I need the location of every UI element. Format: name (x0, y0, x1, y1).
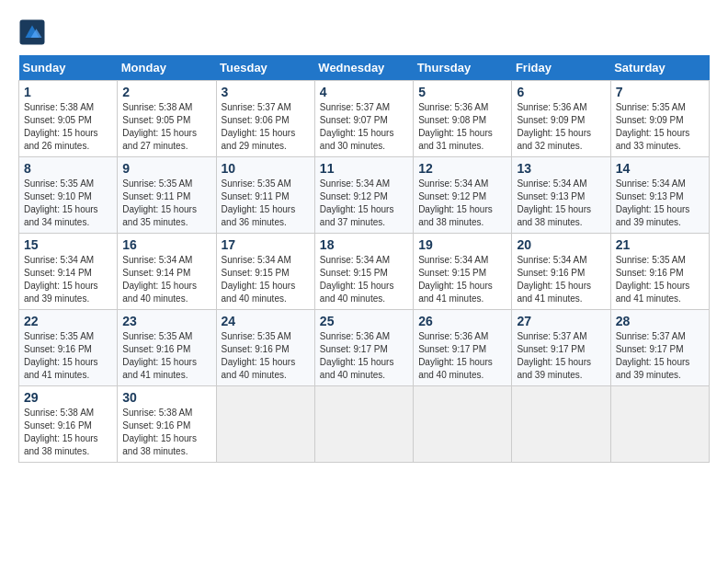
day-number: 3 (222, 85, 310, 99)
logo-icon (18, 18, 46, 46)
calendar-week-row: 1Sunrise: 5:38 AM Sunset: 9:05 PM Daylig… (19, 81, 710, 157)
day-cell: 22Sunrise: 5:35 AM Sunset: 9:16 PM Dayli… (19, 310, 118, 386)
day-info: Sunrise: 5:34 AM Sunset: 9:15 PM Dayligh… (320, 254, 408, 305)
day-cell: 28Sunrise: 5:37 AM Sunset: 9:17 PM Dayli… (610, 310, 709, 386)
day-info: Sunrise: 5:35 AM Sunset: 9:10 PM Dayligh… (24, 178, 112, 229)
day-cell: 12Sunrise: 5:34 AM Sunset: 9:12 PM Dayli… (414, 157, 512, 234)
logo (18, 18, 50, 46)
day-number: 20 (517, 237, 605, 252)
day-cell: 15Sunrise: 5:34 AM Sunset: 9:14 PM Dayli… (19, 234, 118, 310)
day-info: Sunrise: 5:34 AM Sunset: 9:15 PM Dayligh… (418, 254, 506, 305)
day-number: 30 (122, 390, 210, 405)
day-number: 28 (616, 314, 704, 328)
calendar-week-row: 22Sunrise: 5:35 AM Sunset: 9:16 PM Dayli… (19, 310, 710, 386)
day-info: Sunrise: 5:36 AM Sunset: 9:09 PM Dayligh… (517, 101, 605, 153)
day-number: 1 (24, 85, 112, 99)
day-info: Sunrise: 5:38 AM Sunset: 9:16 PM Dayligh… (122, 407, 210, 458)
day-cell: 1Sunrise: 5:38 AM Sunset: 9:05 PM Daylig… (19, 81, 118, 157)
day-cell: 16Sunrise: 5:34 AM Sunset: 9:14 PM Dayli… (118, 234, 216, 310)
day-info: Sunrise: 5:36 AM Sunset: 9:08 PM Dayligh… (418, 101, 506, 153)
day-cell: 23Sunrise: 5:35 AM Sunset: 9:16 PM Dayli… (118, 310, 216, 386)
day-number: 18 (320, 237, 408, 252)
day-cell: 11Sunrise: 5:34 AM Sunset: 9:12 PM Dayli… (314, 157, 413, 234)
day-cell: 2Sunrise: 5:38 AM Sunset: 9:05 PM Daylig… (118, 81, 216, 157)
day-info: Sunrise: 5:37 AM Sunset: 9:06 PM Dayligh… (222, 101, 310, 153)
day-info: Sunrise: 5:35 AM Sunset: 9:16 PM Dayligh… (24, 330, 112, 382)
day-number: 15 (24, 237, 112, 252)
day-cell: 20Sunrise: 5:34 AM Sunset: 9:16 PM Dayli… (512, 234, 610, 310)
day-info: Sunrise: 5:35 AM Sunset: 9:16 PM Dayligh… (122, 330, 210, 382)
calendar-week-row: 8Sunrise: 5:35 AM Sunset: 9:10 PM Daylig… (19, 157, 710, 234)
day-info: Sunrise: 5:34 AM Sunset: 9:14 PM Dayligh… (122, 254, 210, 305)
day-number: 2 (122, 85, 210, 99)
day-number: 13 (517, 161, 605, 176)
column-header-wednesday: Wednesday (314, 55, 413, 81)
day-info: Sunrise: 5:34 AM Sunset: 9:16 PM Dayligh… (517, 254, 605, 305)
day-cell: 5Sunrise: 5:36 AM Sunset: 9:08 PM Daylig… (414, 81, 512, 157)
day-number: 26 (418, 314, 506, 328)
calendar-header-row: SundayMondayTuesdayWednesdayThursdayFrid… (19, 55, 710, 81)
day-cell: 8Sunrise: 5:35 AM Sunset: 9:10 PM Daylig… (19, 157, 118, 234)
day-info: Sunrise: 5:34 AM Sunset: 9:13 PM Dayligh… (616, 178, 704, 229)
day-cell: 27Sunrise: 5:37 AM Sunset: 9:17 PM Dayli… (512, 310, 610, 386)
day-number: 14 (616, 161, 704, 176)
day-info: Sunrise: 5:35 AM Sunset: 9:16 PM Dayligh… (222, 330, 310, 382)
day-number: 19 (418, 237, 506, 252)
column-header-friday: Friday (512, 55, 610, 81)
day-info: Sunrise: 5:36 AM Sunset: 9:17 PM Dayligh… (418, 330, 506, 382)
empty-cell (414, 386, 512, 463)
day-cell: 17Sunrise: 5:34 AM Sunset: 9:15 PM Dayli… (216, 234, 314, 310)
day-number: 21 (616, 237, 704, 252)
day-info: Sunrise: 5:37 AM Sunset: 9:17 PM Dayligh… (517, 330, 605, 382)
day-info: Sunrise: 5:36 AM Sunset: 9:17 PM Dayligh… (320, 330, 408, 382)
day-number: 22 (24, 314, 112, 328)
day-number: 25 (320, 314, 408, 328)
day-info: Sunrise: 5:35 AM Sunset: 9:09 PM Dayligh… (616, 101, 704, 153)
day-cell: 25Sunrise: 5:36 AM Sunset: 9:17 PM Dayli… (314, 310, 413, 386)
day-info: Sunrise: 5:34 AM Sunset: 9:13 PM Dayligh… (517, 178, 605, 229)
day-number: 8 (24, 161, 112, 176)
column-header-monday: Monday (118, 55, 216, 81)
day-cell: 14Sunrise: 5:34 AM Sunset: 9:13 PM Dayli… (610, 157, 709, 234)
day-cell: 18Sunrise: 5:34 AM Sunset: 9:15 PM Dayli… (314, 234, 413, 310)
empty-cell (610, 386, 709, 463)
empty-cell (512, 386, 610, 463)
day-number: 4 (320, 85, 408, 99)
day-cell: 30Sunrise: 5:38 AM Sunset: 9:16 PM Dayli… (118, 386, 216, 463)
day-cell: 13Sunrise: 5:34 AM Sunset: 9:13 PM Dayli… (512, 157, 610, 234)
day-info: Sunrise: 5:35 AM Sunset: 9:11 PM Dayligh… (122, 178, 210, 229)
column-header-saturday: Saturday (610, 55, 709, 81)
column-header-thursday: Thursday (414, 55, 512, 81)
column-header-sunday: Sunday (19, 55, 118, 81)
empty-cell (314, 386, 413, 463)
day-info: Sunrise: 5:34 AM Sunset: 9:14 PM Dayligh… (24, 254, 112, 305)
day-cell: 9Sunrise: 5:35 AM Sunset: 9:11 PM Daylig… (118, 157, 216, 234)
day-number: 24 (222, 314, 310, 328)
day-number: 17 (222, 237, 310, 252)
calendar-table: SundayMondayTuesdayWednesdayThursdayFrid… (18, 55, 710, 463)
day-number: 5 (418, 85, 506, 99)
day-info: Sunrise: 5:38 AM Sunset: 9:05 PM Dayligh… (24, 101, 112, 153)
day-number: 29 (24, 390, 112, 405)
day-cell: 24Sunrise: 5:35 AM Sunset: 9:16 PM Dayli… (216, 310, 314, 386)
day-number: 10 (222, 161, 310, 176)
day-number: 6 (517, 85, 605, 99)
day-cell: 29Sunrise: 5:38 AM Sunset: 9:16 PM Dayli… (19, 386, 118, 463)
day-info: Sunrise: 5:37 AM Sunset: 9:17 PM Dayligh… (616, 330, 704, 382)
day-cell: 3Sunrise: 5:37 AM Sunset: 9:06 PM Daylig… (216, 81, 314, 157)
day-info: Sunrise: 5:34 AM Sunset: 9:12 PM Dayligh… (418, 178, 506, 229)
day-cell: 4Sunrise: 5:37 AM Sunset: 9:07 PM Daylig… (314, 81, 413, 157)
day-number: 16 (122, 237, 210, 252)
day-number: 23 (122, 314, 210, 328)
day-number: 9 (122, 161, 210, 176)
day-info: Sunrise: 5:34 AM Sunset: 9:15 PM Dayligh… (222, 254, 310, 305)
day-cell: 7Sunrise: 5:35 AM Sunset: 9:09 PM Daylig… (610, 81, 709, 157)
day-cell: 21Sunrise: 5:35 AM Sunset: 9:16 PM Dayli… (610, 234, 709, 310)
day-number: 7 (616, 85, 704, 99)
day-number: 12 (418, 161, 506, 176)
day-cell: 26Sunrise: 5:36 AM Sunset: 9:17 PM Dayli… (414, 310, 512, 386)
day-info: Sunrise: 5:38 AM Sunset: 9:16 PM Dayligh… (24, 407, 112, 458)
day-info: Sunrise: 5:37 AM Sunset: 9:07 PM Dayligh… (320, 101, 408, 153)
calendar-week-row: 15Sunrise: 5:34 AM Sunset: 9:14 PM Dayli… (19, 234, 710, 310)
empty-cell (216, 386, 314, 463)
